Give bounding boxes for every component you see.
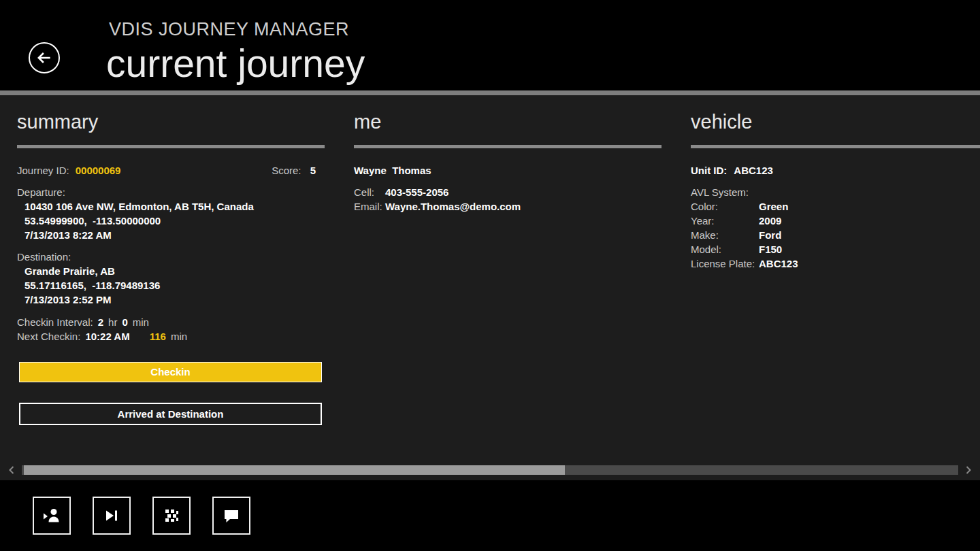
destination-datetime: 7/13/2013 2:52 PM — [24, 293, 325, 307]
vehicle-grid: AVL System: Color: Green Year: 2009 Make… — [691, 185, 980, 271]
destination-block: Destination: Grande Prairie, AB 55.17116… — [17, 250, 325, 307]
scroll-left-arrow[interactable] — [6, 465, 17, 475]
model-label: Model: — [691, 242, 759, 256]
next-checkin-minutes: 116 — [150, 329, 166, 344]
app-bar — [0, 480, 980, 551]
license-plate-label: License Plate: — [691, 256, 759, 271]
score-label: Score: — [272, 165, 301, 176]
departure-address: 10430 106 Ave NW, Edmonton, AB T5H, Cana… — [24, 199, 325, 214]
departure-block: Departure: 10430 106 Ave NW, Edmonton, A… — [17, 185, 325, 242]
email-label: Email: — [354, 199, 385, 214]
next-checkin-row: Next Checkin: 10:22 AM 116 min — [17, 329, 325, 344]
map-button[interactable] — [152, 497, 191, 535]
skip-next-button[interactable] — [93, 497, 131, 535]
destination-label: Destination: — [17, 250, 325, 264]
me-heading: me — [354, 112, 662, 133]
hours-unit-label: hr — [108, 315, 117, 329]
app-title: VDIS JOURNEY MANAGER — [109, 19, 349, 40]
destination-address: Grande Prairie, AB — [24, 264, 325, 278]
destination-coordinates: 55.17116165, -118.79489136 — [24, 278, 325, 293]
score-wrap: Score: 5 — [272, 163, 325, 178]
year-value: 2009 — [759, 214, 980, 228]
license-plate-value: ABC123 — [759, 256, 980, 271]
next-checkin-minutes-unit: min — [171, 329, 187, 344]
make-label: Make: — [691, 228, 759, 242]
next-checkin-time: 10:22 AM — [85, 329, 129, 344]
email-value: Wayne.Thomas@demo.com — [385, 199, 662, 214]
departure-datetime: 7/13/2013 8:22 AM — [24, 228, 325, 242]
vehicle-rule — [691, 145, 980, 148]
checkin-interval-row: Checkin Interval: 2 hr 0 min — [17, 315, 325, 329]
journey-id-value: 00000069 — [76, 163, 121, 178]
avl-system-label: AVL System: — [691, 185, 759, 199]
chevron-left-icon — [6, 465, 17, 475]
comment-button[interactable] — [212, 497, 250, 535]
model-value: F150 — [759, 242, 980, 256]
checkin-interval-label: Checkin Interval: — [17, 315, 93, 329]
journey-id-label: Journey ID: — [17, 163, 69, 178]
scrollbar-track[interactable] — [22, 465, 958, 475]
map-icon — [161, 505, 182, 526]
color-label: Color: — [691, 199, 759, 214]
contact-grid: Cell: 403-555-2056 Email: Wayne.Thomas@d… — [354, 185, 662, 214]
comment-icon — [221, 505, 242, 526]
checkin-interval-minutes: 0 — [122, 315, 127, 329]
next-checkin-label: Next Checkin: — [17, 329, 80, 344]
back-button[interactable] — [29, 42, 60, 73]
checkin-person-button[interactable] — [33, 497, 71, 535]
cell-value: 403-555-2056 — [385, 185, 662, 199]
chevron-right-icon — [963, 465, 974, 475]
back-arrow-icon — [35, 49, 53, 67]
me-section: me Wayne Thomas Cell: 403-555-2056 Email… — [354, 95, 662, 214]
summary-heading: summary — [17, 112, 325, 133]
unit-id-value: ABC123 — [734, 163, 773, 178]
unit-id-row: Unit ID: ABC123 — [691, 163, 980, 178]
arrived-at-destination-button[interactable]: Arrived at Destination — [19, 403, 322, 425]
summary-rule — [17, 145, 325, 148]
checkin-info-block: Checkin Interval: 2 hr 0 min Next Checki… — [17, 315, 325, 344]
main-content: summary Journey ID: 00000069 Score: 5 De… — [0, 95, 980, 480]
vehicle-heading: vehicle — [691, 112, 980, 133]
checkin-person-icon — [42, 505, 62, 526]
vehicle-section: vehicle Unit ID: ABC123 AVL System: Colo… — [691, 95, 980, 271]
me-rule — [354, 145, 662, 148]
app-header: VDIS JOURNEY MANAGER current journey — [0, 0, 980, 90]
app-window: VDIS JOURNEY MANAGER current journey sum… — [0, 0, 980, 551]
cell-label: Cell: — [354, 185, 385, 199]
scroll-right-arrow[interactable] — [963, 465, 974, 475]
checkin-interval-hours: 2 — [98, 315, 103, 329]
color-value: Green — [759, 199, 980, 214]
journey-id-row: Journey ID: 00000069 Score: 5 — [17, 163, 325, 178]
page-title: current journey — [106, 41, 365, 86]
departure-label: Departure: — [17, 185, 325, 199]
score-value: 5 — [310, 165, 316, 176]
driver-name: Wayne Thomas — [354, 163, 662, 178]
checkin-button[interactable]: Checkin — [19, 362, 322, 382]
minutes-unit-label: min — [133, 315, 149, 329]
header-divider — [0, 90, 980, 95]
skip-next-icon — [101, 505, 122, 526]
unit-id-label: Unit ID: — [691, 163, 727, 178]
departure-coordinates: 53.54999900, -113.50000000 — [24, 214, 325, 228]
scrollbar-thumb[interactable] — [24, 465, 565, 475]
make-value: Ford — [759, 228, 980, 242]
horizontal-scrollbar — [0, 464, 980, 476]
year-label: Year: — [691, 214, 759, 228]
summary-section: summary Journey ID: 00000069 Score: 5 De… — [17, 95, 325, 425]
avl-system-value — [759, 185, 980, 199]
